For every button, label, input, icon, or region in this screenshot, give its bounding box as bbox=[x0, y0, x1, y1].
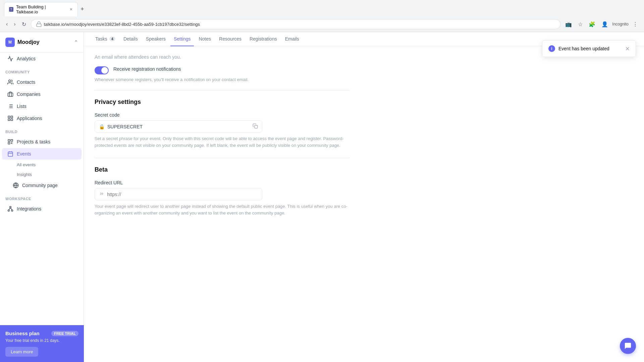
redirect-icon bbox=[99, 191, 104, 197]
bp-header: Business plan FREE TRIAL bbox=[5, 330, 78, 336]
svg-rect-16 bbox=[8, 152, 13, 157]
copy-icon[interactable] bbox=[253, 123, 258, 130]
tab-tasks[interactable]: Tasks 4 bbox=[92, 32, 119, 46]
bp-subtitle: Your free trial ends in 21 days. bbox=[5, 338, 78, 343]
lock-input-icon: 🔒 bbox=[99, 124, 105, 129]
svg-line-25 bbox=[9, 208, 10, 210]
tab-details-label: Details bbox=[123, 36, 138, 42]
tasks-badge: 4 bbox=[109, 37, 115, 41]
svg-rect-13 bbox=[8, 139, 10, 141]
browser-tab[interactable]: T Team Building | Talkbase.io ✕ bbox=[4, 2, 78, 16]
browser-nav-controls: ‹ › ↻ bbox=[4, 20, 28, 29]
browser-chrome: T Team Building | Talkbase.io ✕ + ‹ › ↻ … bbox=[0, 0, 644, 32]
projects-icon bbox=[7, 139, 13, 145]
notifications-toggle-row: Receive registration notifications bbox=[95, 66, 350, 74]
events-label: Events bbox=[17, 151, 31, 157]
business-plan-banner: Business plan FREE TRIAL Your free trial… bbox=[0, 325, 84, 362]
companies-label: Companies bbox=[17, 92, 41, 97]
svg-point-23 bbox=[8, 210, 10, 212]
tab-notes[interactable]: Notes bbox=[195, 32, 214, 46]
lists-label: Lists bbox=[17, 104, 26, 109]
tab-emails-label: Emails bbox=[285, 36, 299, 42]
sidebar-item-companies[interactable]: Companies bbox=[2, 88, 82, 100]
divider-beta bbox=[95, 158, 350, 158]
cast-button[interactable]: 📺 bbox=[563, 20, 574, 29]
tab-resources[interactable]: Resources bbox=[216, 32, 245, 46]
tab-speakers-label: Speakers bbox=[146, 36, 166, 42]
svg-point-22 bbox=[10, 206, 11, 208]
back-button[interactable]: ‹ bbox=[4, 20, 10, 28]
build-section-label: BUILD bbox=[0, 124, 84, 136]
content-area: An email where attendees can reach you. … bbox=[84, 46, 644, 362]
companies-icon bbox=[7, 91, 13, 97]
privacy-section-title: Privacy settings bbox=[95, 99, 350, 106]
extensions-button[interactable]: 🧩 bbox=[587, 20, 597, 29]
learn-more-button[interactable]: Learn more bbox=[5, 347, 38, 357]
integrations-label: Integrations bbox=[17, 206, 41, 212]
chat-icon bbox=[624, 342, 632, 350]
tab-close-button[interactable]: ✕ bbox=[69, 7, 73, 12]
bookmark-button[interactable]: ☆ bbox=[576, 20, 585, 29]
sidebar-item-analytics[interactable]: Analytics bbox=[2, 53, 82, 64]
sidebar-item-community-page[interactable]: Community page bbox=[7, 180, 82, 191]
secret-code-hint: Set a secret phrase for your event. Only… bbox=[95, 135, 350, 148]
profile-button[interactable]: 👤 bbox=[599, 20, 610, 29]
redirect-url-input-wrapper bbox=[95, 188, 262, 200]
notifications-toggle[interactable] bbox=[95, 66, 109, 74]
svg-rect-14 bbox=[11, 139, 13, 141]
chat-button[interactable] bbox=[620, 338, 636, 354]
tab-speakers[interactable]: Speakers bbox=[143, 32, 169, 46]
analytics-icon bbox=[7, 56, 13, 62]
tab-title: Team Building | Talkbase.io bbox=[16, 4, 65, 14]
svg-rect-9 bbox=[8, 116, 10, 118]
sidebar-item-applications[interactable]: Applications bbox=[2, 113, 82, 124]
sidebar-item-integrations[interactable]: Integrations bbox=[2, 203, 82, 215]
events-icon bbox=[7, 151, 13, 157]
settings-form: An email where attendees can reach you. … bbox=[95, 54, 350, 216]
sidebar-header: M Moodjoy ⌃ bbox=[0, 32, 84, 53]
tab-settings[interactable]: Settings bbox=[170, 32, 194, 46]
tab-notes-label: Notes bbox=[199, 36, 211, 42]
toast-close-button[interactable]: ✕ bbox=[625, 46, 630, 52]
menu-button[interactable]: ⋮ bbox=[631, 20, 640, 29]
sidebar-item-insights[interactable]: Insights bbox=[2, 170, 82, 179]
svg-rect-12 bbox=[8, 119, 10, 121]
tab-tasks-label: Tasks bbox=[95, 36, 107, 42]
brand-avatar: M bbox=[5, 38, 15, 47]
bp-title: Business plan bbox=[5, 330, 40, 336]
sidebar-item-contacts[interactable]: Contacts bbox=[2, 76, 82, 88]
projects-label: Projects & tasks bbox=[17, 139, 50, 144]
refresh-button[interactable]: ↻ bbox=[20, 20, 28, 29]
secret-code-input-wrapper: 🔒 bbox=[95, 120, 262, 133]
address-bar[interactable]: talkbase.io/w/moodjoy/events/e33823ef-8b… bbox=[31, 19, 561, 29]
sidebar-item-projects[interactable]: Projects & tasks bbox=[2, 136, 82, 147]
community-page-label: Community page bbox=[22, 183, 58, 188]
browser-actions: 📺 ☆ 🧩 👤 Incognito ⋮ bbox=[563, 20, 640, 29]
svg-point-1 bbox=[9, 80, 11, 82]
toast-icon: i bbox=[548, 45, 555, 52]
sidebar-item-lists[interactable]: Lists bbox=[2, 101, 82, 112]
forward-button[interactable]: › bbox=[12, 20, 17, 28]
sidebar-item-events[interactable]: Events bbox=[2, 148, 82, 160]
new-tab-button[interactable]: + bbox=[78, 4, 87, 14]
divider-privacy bbox=[95, 90, 350, 90]
tab-details[interactable]: Details bbox=[120, 32, 141, 46]
sidebar-expand-button[interactable]: ⌃ bbox=[74, 39, 78, 46]
notifications-hint: Whenever someone registers, you'll recei… bbox=[95, 77, 350, 82]
workspace-section-label: WORKSPACE bbox=[0, 191, 84, 203]
redirect-url-input[interactable] bbox=[107, 192, 258, 197]
tab-resources-label: Resources bbox=[219, 36, 241, 42]
insights-label: Insights bbox=[17, 172, 32, 177]
toast-notification: i Event has been updated ✕ bbox=[542, 40, 636, 57]
redirect-url-hint: Your event page will redirect user to an… bbox=[95, 203, 350, 216]
sidebar-item-all-events[interactable]: All events bbox=[2, 160, 82, 169]
tab-registrations-label: Registrations bbox=[250, 36, 277, 42]
all-events-label: All events bbox=[17, 162, 36, 167]
svg-rect-10 bbox=[11, 116, 13, 118]
incognito-label: Incognito bbox=[612, 22, 629, 26]
tab-emails[interactable]: Emails bbox=[282, 32, 303, 46]
secret-code-input[interactable] bbox=[107, 124, 250, 129]
tab-settings-label: Settings bbox=[174, 36, 191, 42]
tab-registrations[interactable]: Registrations bbox=[246, 32, 280, 46]
analytics-label: Analytics bbox=[17, 56, 36, 61]
